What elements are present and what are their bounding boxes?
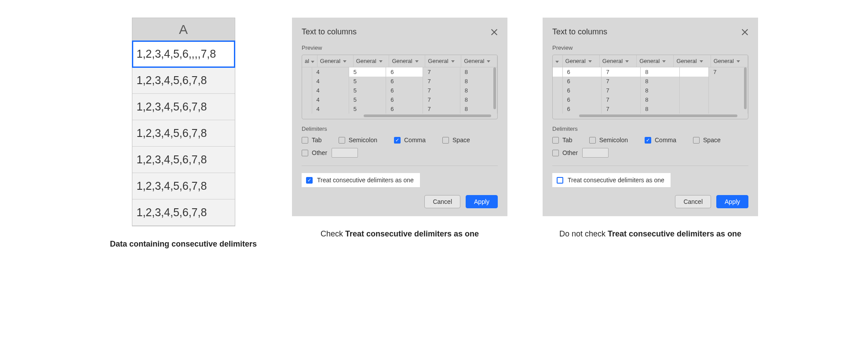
- checkbox-icon[interactable]: [552, 150, 559, 156]
- delimiter-tab[interactable]: Tab: [302, 136, 322, 144]
- other-delimiter-input[interactable]: [582, 148, 609, 158]
- delimiter-semicolon[interactable]: Semicolon: [339, 136, 377, 144]
- delimiter-comma[interactable]: Comma: [394, 136, 426, 144]
- checkbox-icon[interactable]: [302, 137, 308, 144]
- checkbox-icon[interactable]: [645, 137, 651, 144]
- checkbox-icon[interactable]: [589, 137, 596, 144]
- checkbox-icon[interactable]: [302, 150, 308, 156]
- checkbox-label: Tab: [312, 136, 322, 144]
- col-header[interactable]: General: [464, 58, 484, 64]
- sheet-cell[interactable]: 1,2,3,4,5,6,7,8: [132, 173, 235, 199]
- preview-box: General General General General General …: [552, 55, 748, 119]
- table-cell: 7: [423, 86, 460, 95]
- delimiter-other[interactable]: Other: [552, 149, 578, 156]
- table-cell: 8: [460, 67, 497, 77]
- checkbox-label: Tab: [562, 136, 573, 144]
- delimiter-row-other: Other: [302, 148, 498, 158]
- chevron-down-icon[interactable]: [700, 60, 703, 63]
- col-header[interactable]: General: [320, 58, 340, 64]
- table-cell: 6: [562, 95, 602, 104]
- other-delimiter-input[interactable]: [332, 148, 358, 158]
- checkbox-label: Comma: [655, 136, 676, 144]
- caption-text: Do not check: [559, 229, 608, 238]
- sheet-cell[interactable]: 1,2,3,4,5,6,,,,7,8: [132, 41, 235, 67]
- table-cell: [680, 67, 709, 77]
- table-cell: 5: [349, 104, 386, 114]
- table-row: 45678: [302, 95, 497, 104]
- table-cell: [709, 86, 748, 95]
- delimiter-comma[interactable]: Comma: [645, 136, 676, 144]
- button-row: Cancel Apply: [552, 195, 748, 208]
- delimiter-semicolon[interactable]: Semicolon: [589, 136, 628, 144]
- scrollbar-horizontal[interactable]: [579, 114, 737, 117]
- chevron-down-icon[interactable]: [662, 60, 666, 63]
- col-header[interactable]: General: [392, 58, 412, 64]
- chevron-down-icon[interactable]: [737, 60, 740, 63]
- chevron-down-icon[interactable]: [379, 60, 383, 63]
- table-cell: [302, 67, 312, 77]
- table-cell: 8: [641, 77, 680, 86]
- apply-button[interactable]: Apply: [716, 195, 748, 208]
- sheet-cell[interactable]: 1,2,3,4,5,6,7,8: [132, 120, 235, 147]
- table-cell: 4: [312, 86, 349, 95]
- table-cell: 8: [460, 86, 497, 95]
- col-header[interactable]: General: [428, 58, 448, 64]
- chevron-down-icon[interactable]: [625, 60, 629, 63]
- table-cell: [302, 86, 312, 95]
- dialog-header: Text to columns: [302, 27, 498, 37]
- delimiter-tab[interactable]: Tab: [552, 136, 573, 144]
- chevron-down-icon[interactable]: [415, 60, 419, 63]
- cancel-button[interactable]: Cancel: [675, 195, 711, 208]
- sheet-cell[interactable]: 1,2,3,4,5,6,7,8: [132, 94, 235, 120]
- treat-consecutive-row[interactable]: Treat consecutive delimiters as one: [302, 173, 420, 187]
- checkbox-icon[interactable]: [394, 137, 401, 144]
- chevron-down-icon[interactable]: [311, 61, 314, 63]
- checkbox-label: Other: [562, 149, 578, 156]
- table-cell: 7: [423, 67, 460, 77]
- col-header[interactable]: General: [714, 58, 734, 64]
- checkbox-icon[interactable]: [442, 137, 449, 144]
- chevron-down-icon[interactable]: [343, 60, 346, 63]
- treat-consecutive-row[interactable]: Treat consecutive delimiters as one: [552, 173, 671, 187]
- sheet-cell[interactable]: 1,2,3,4,5,6,7,8: [132, 147, 235, 173]
- scrollbar-vertical[interactable]: [493, 67, 496, 109]
- checkbox-label: Treat consecutive delimiters as one: [317, 177, 414, 184]
- chevron-down-icon[interactable]: [555, 61, 559, 63]
- scrollbar-vertical[interactable]: [744, 67, 747, 109]
- col-header[interactable]: General: [639, 58, 660, 64]
- col-header[interactable]: General: [356, 58, 376, 64]
- sheet-col-header[interactable]: A: [132, 18, 235, 41]
- table-cell: [709, 95, 748, 104]
- checkbox-icon[interactable]: [557, 177, 563, 184]
- delimiter-other[interactable]: Other: [302, 149, 327, 156]
- table-cell: 7: [423, 95, 460, 104]
- divider: [302, 166, 498, 166]
- col-header[interactable]: General: [565, 58, 586, 64]
- delimiters-label: Delimiters: [552, 125, 748, 132]
- checkbox-icon[interactable]: [306, 177, 313, 184]
- sheet-cell[interactable]: 1,2,3,4,5,6,7,8: [132, 199, 235, 226]
- col-header[interactable]: General: [676, 58, 697, 64]
- checkbox-icon[interactable]: [552, 137, 559, 144]
- cancel-button[interactable]: Cancel: [424, 195, 460, 208]
- checkbox-icon[interactable]: [339, 137, 345, 144]
- checkbox-icon[interactable]: [693, 137, 700, 144]
- table-cell: 5: [349, 86, 386, 95]
- col-header[interactable]: General: [602, 58, 623, 64]
- chevron-down-icon[interactable]: [588, 60, 592, 63]
- apply-button[interactable]: Apply: [466, 195, 498, 208]
- table-cell: [302, 95, 312, 104]
- close-icon[interactable]: [741, 29, 748, 36]
- table-cell: 6: [386, 67, 423, 77]
- chevron-down-icon[interactable]: [451, 60, 455, 63]
- table-cell: [709, 104, 748, 114]
- delimiter-space[interactable]: Space: [693, 136, 721, 144]
- scrollbar-horizontal[interactable]: [364, 114, 491, 117]
- sheet-cell[interactable]: 1,2,3,4,5,6,7,8: [132, 67, 235, 94]
- dialog-header: Text to columns: [552, 27, 748, 37]
- table-cell: [553, 95, 562, 104]
- chevron-down-icon[interactable]: [487, 60, 490, 63]
- delimiter-space[interactable]: Space: [442, 136, 470, 144]
- close-icon[interactable]: [491, 29, 498, 36]
- table-row: 45678: [302, 86, 497, 95]
